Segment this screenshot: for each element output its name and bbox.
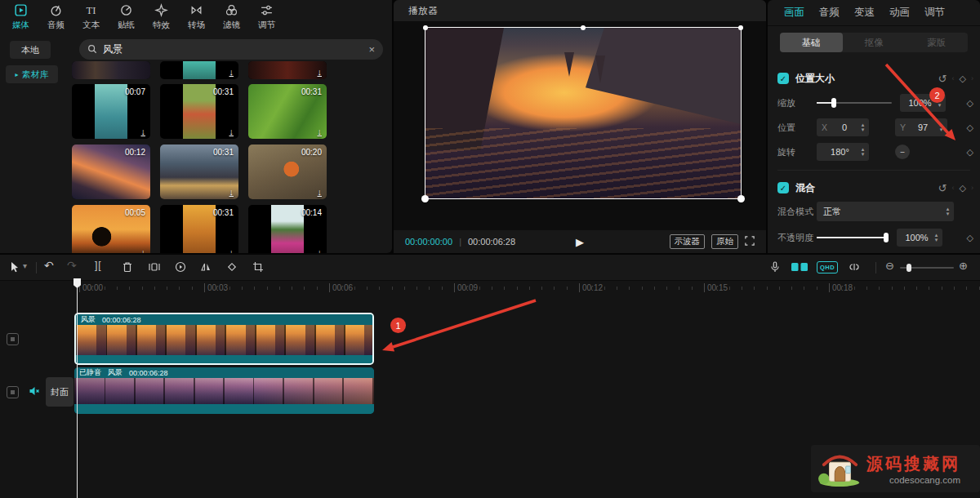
cover-button[interactable]: 封面 bbox=[46, 377, 74, 407]
media-item[interactable]: 00:31↓ bbox=[160, 205, 238, 253]
clear-search-icon[interactable]: × bbox=[368, 43, 375, 56]
resize-handle[interactable] bbox=[421, 195, 429, 202]
next-keyframe-icon[interactable]: › bbox=[971, 184, 973, 192]
download-icon[interactable]: ↓ bbox=[229, 247, 234, 253]
next-keyframe-icon[interactable]: › bbox=[971, 74, 973, 82]
toolbar-effects[interactable]: 特效 bbox=[144, 3, 179, 31]
mute-track-icon[interactable] bbox=[28, 385, 41, 398]
select-tool-icon[interactable] bbox=[8, 260, 21, 273]
download-icon[interactable]: ↓ bbox=[229, 187, 234, 197]
checkbox-blend[interactable]: ✓ bbox=[777, 182, 789, 193]
zoom-in-icon[interactable]: ⊕ bbox=[959, 260, 968, 272]
toolbar-transition[interactable]: 转场 bbox=[179, 3, 214, 31]
media-item[interactable]: 00:31↓ bbox=[160, 84, 238, 139]
ruler-label: 00:15 bbox=[704, 283, 728, 292]
media-item[interactable]: ↓ bbox=[160, 61, 238, 79]
rotate-value-field[interactable]: 180°▴▾ bbox=[817, 143, 869, 161]
download-icon[interactable]: ↓ bbox=[229, 67, 234, 77]
toolbar-filter[interactable]: 滤镜 bbox=[214, 3, 249, 31]
download-icon[interactable]: ↓ bbox=[318, 187, 323, 197]
subtab-basic[interactable]: 基础 bbox=[780, 33, 843, 52]
media-item[interactable]: 00:12 bbox=[72, 145, 150, 199]
media-item[interactable]: 00:05↓ bbox=[72, 205, 150, 253]
keyframe-icon[interactable]: ◇ bbox=[967, 147, 973, 158]
tab-speed[interactable]: 变速 bbox=[854, 6, 875, 20]
timeline-ruler[interactable]: 00:00 00:03 00:06 00:09 00:12 00:15 00:1… bbox=[0, 281, 980, 296]
undo-icon[interactable]: ↶ bbox=[44, 259, 54, 272]
rotate-icon[interactable] bbox=[225, 260, 238, 273]
prev-keyframe-icon[interactable]: ‹ bbox=[952, 184, 955, 192]
scopes-button[interactable]: 示波器 bbox=[670, 234, 706, 249]
track-toggle-icon[interactable] bbox=[7, 333, 19, 345]
media-item[interactable]: 00:20↓ bbox=[248, 145, 327, 199]
toolbar-audio[interactable]: 音频 bbox=[38, 3, 74, 31]
toolbar-text[interactable]: TI 文本 bbox=[74, 3, 109, 31]
video-selection-frame[interactable] bbox=[425, 27, 742, 199]
freeze-frame-icon[interactable] bbox=[148, 260, 161, 273]
download-icon[interactable]: ↓ bbox=[141, 127, 146, 136]
checkbox-position-size[interactable]: ✓ bbox=[777, 73, 789, 84]
download-icon[interactable]: ↓ bbox=[141, 247, 146, 253]
tab-picture[interactable]: 画面 bbox=[784, 6, 804, 20]
download-icon[interactable]: ↓ bbox=[229, 127, 234, 136]
linkage-icon[interactable] bbox=[848, 260, 861, 273]
zoom-out-icon[interactable]: ⊖ bbox=[885, 260, 894, 272]
opacity-slider[interactable] bbox=[817, 237, 889, 238]
video-clip-selected[interactable]: 风景 00:00:06:28 bbox=[74, 313, 374, 365]
toolbar-adjust[interactable]: 调节 bbox=[249, 3, 284, 31]
rotate-dial[interactable]: – bbox=[895, 145, 910, 159]
media-item[interactable]: 00:07↓ bbox=[72, 84, 150, 139]
fullscreen-icon[interactable] bbox=[745, 236, 755, 247]
tab-animation[interactable]: 动画 bbox=[889, 6, 910, 20]
media-item[interactable] bbox=[72, 61, 150, 79]
tab-audio[interactable]: 音频 bbox=[819, 6, 840, 20]
sidebar-item-local[interactable]: 本地 bbox=[10, 41, 51, 59]
redo-icon[interactable]: ↷ bbox=[67, 259, 77, 272]
hd-quality-icon[interactable]: QHD bbox=[817, 261, 838, 273]
keyframe-icon[interactable]: ◇ bbox=[960, 73, 966, 84]
search-input[interactable]: 风景 × bbox=[79, 39, 383, 60]
keyframe-icon[interactable]: ◇ bbox=[967, 98, 973, 109]
mirror-icon[interactable] bbox=[199, 260, 212, 273]
resize-handle[interactable] bbox=[737, 195, 745, 202]
resize-handle[interactable] bbox=[581, 25, 586, 30]
resize-handle[interactable] bbox=[738, 25, 743, 30]
reset-icon[interactable]: ↺ bbox=[938, 182, 947, 194]
download-icon[interactable]: ↓ bbox=[318, 127, 323, 136]
delete-icon[interactable] bbox=[121, 260, 134, 273]
keyframe-icon[interactable]: ◇ bbox=[960, 183, 966, 193]
media-item[interactable]: 00:31↓ bbox=[248, 84, 327, 139]
download-icon[interactable]: ↓ bbox=[318, 247, 323, 253]
position-y-field[interactable]: Y97▴▾ bbox=[895, 118, 947, 136]
tab-adjust[interactable]: 调节 bbox=[924, 6, 945, 20]
media-item[interactable]: ↓ bbox=[248, 61, 327, 79]
subtab-mask[interactable]: 蒙版 bbox=[905, 33, 968, 52]
track-toggle-icon[interactable] bbox=[7, 386, 19, 398]
split-icon[interactable]: ][ bbox=[95, 260, 102, 271]
play-button[interactable]: ▶ bbox=[576, 236, 584, 248]
crop-icon[interactable] bbox=[252, 260, 265, 273]
chevron-down-icon[interactable]: ▾ bbox=[23, 261, 27, 270]
sidebar-item-library[interactable]: ▸素材库 bbox=[6, 65, 58, 83]
reset-icon[interactable]: ↺ bbox=[938, 73, 947, 85]
resize-handle[interactable] bbox=[423, 25, 428, 30]
preview-frames-icon[interactable] bbox=[791, 261, 808, 273]
audio-video-clip-muted[interactable]: 已静音 风景 00:00:06:28 bbox=[74, 367, 374, 414]
subtab-keying[interactable]: 抠像 bbox=[843, 33, 906, 52]
toolbar-sticker[interactable]: 贴纸 bbox=[109, 3, 144, 31]
blend-mode-select[interactable]: 正常▴▾ bbox=[817, 202, 954, 221]
record-voice-icon[interactable] bbox=[768, 260, 782, 273]
position-x-field[interactable]: X0▴▾ bbox=[817, 118, 869, 136]
keyframe-icon[interactable]: ◇ bbox=[967, 233, 973, 243]
keyframe-icon[interactable]: ◇ bbox=[967, 122, 973, 133]
original-button[interactable]: 原始 bbox=[711, 234, 738, 249]
media-item[interactable]: 00:31↓ bbox=[160, 145, 238, 199]
media-item[interactable]: 00:14↓ bbox=[248, 205, 327, 253]
speed-icon[interactable] bbox=[174, 260, 187, 273]
toolbar-media[interactable]: 媒体 bbox=[3, 3, 38, 31]
opacity-value-field[interactable]: 100%▴▾ bbox=[897, 229, 942, 247]
timeline-zoom-slider[interactable] bbox=[900, 267, 954, 269]
prev-keyframe-icon[interactable]: ‹ bbox=[952, 74, 955, 82]
scale-slider[interactable] bbox=[817, 102, 892, 104]
download-icon[interactable]: ↓ bbox=[318, 67, 323, 77]
